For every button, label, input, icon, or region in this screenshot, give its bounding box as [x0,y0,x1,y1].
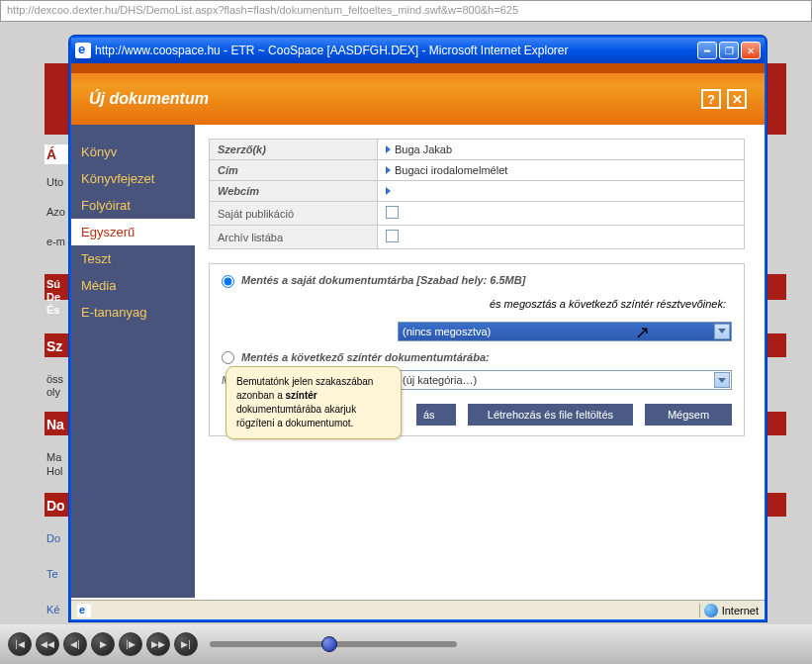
ie-window: http://www.coospace.hu - ETR ~ CooSpace … [69,36,767,621]
cancel-button[interactable]: Mégsem [645,404,732,426]
close-button[interactable]: ✕ [741,42,761,59]
title-label: Cím [210,160,378,181]
bg-nav[interactable]: Ké [45,602,61,617]
bg-heading: Á [45,144,68,164]
bg-heading: Na [45,415,66,434]
play-button[interactable]: ▶ [91,632,115,656]
progress-slider[interactable] [210,641,457,647]
share-label: és megosztás a következő színtér résztve… [398,298,732,310]
create-button[interactable]: ás [416,404,456,426]
dialog-close-button[interactable]: ✕ [727,89,747,109]
dialog-header: Új dokumentum ? ✕ [71,63,765,125]
ie-app-icon [75,43,91,58]
ie-statusbar: Internet [71,600,765,619]
dialog-title: Új dokumentum [89,90,695,108]
bg-nav[interactable]: Do [45,530,62,546]
create-upload-button[interactable]: Létrehozás és file feltöltés [468,404,633,426]
chevron-down-icon[interactable] [714,372,730,388]
hint-tooltip: Bemutatónk jelen szakaszában azonban a s… [226,366,402,439]
bg-nav: És [45,302,61,318]
url-label: Webcím [210,181,378,202]
sidebar-item-egyszeru[interactable]: Egyszerű [71,219,195,245]
bg-heading: Do [45,496,67,516]
app-content-area: Új dokumentum ? ✕ Könyv Könyvfejezet Fol… [71,63,765,598]
sidebar-item-konyvfejezet[interactable]: Könyvfejezet [71,165,195,192]
triangle-icon [386,166,391,174]
author-value[interactable]: Buga Jakab [378,140,745,160]
own-pub-checkbox[interactable] [386,206,399,219]
archive-checkbox[interactable] [386,230,399,242]
share-dropdown-value: (nincs megosztva) [403,326,491,337]
author-label: Szerző(k) [210,140,378,160]
bg-nav[interactable]: Te [45,566,60,582]
bg-nav: oly [45,384,62,400]
globe-icon [704,604,718,617]
maximize-button[interactable]: ❐ [719,42,739,59]
bg-nav: e-m [45,234,67,249]
skip-fwd-button[interactable]: ▶| [174,632,198,656]
category-dropdown-value: (új kategória…) [403,374,477,386]
bg-nav: Uto [45,174,65,190]
ie-title-text: http://www.coospace.hu - ETR ~ CooSpace … [95,44,697,57]
url-value[interactable] [378,181,745,202]
slider-thumb[interactable] [321,636,337,652]
sidebar-item-media[interactable]: Média [71,272,195,299]
sidebar-item-konyv[interactable]: Könyv [71,139,195,165]
share-dropdown[interactable]: (nincs megosztva) [398,322,732,341]
bg-heading: Sz [45,336,64,356]
title-value[interactable]: Bugaci irodalomelmélet [378,160,745,181]
sidebar-item-etananyag[interactable]: E-tananyag [71,299,195,326]
step-fwd-button[interactable]: |▶ [119,632,142,656]
rewind-button[interactable]: ◀◀ [36,632,59,656]
help-button[interactable]: ? [701,89,721,109]
media-player-bar: |◀ ◀◀ ◀| ▶ |▶ ▶▶ ▶| [0,624,812,664]
ie-page-icon [77,604,91,617]
step-back-button[interactable]: ◀| [63,632,87,656]
security-zone-label: Internet [722,605,759,617]
bg-nav: Hol [45,463,65,479]
sidebar-item-folyoirat[interactable]: Folyóirat [71,192,195,219]
save-own-label: Mentés a saját dokumentumtárba [Szabad h… [241,274,525,286]
save-own-radio[interactable] [222,275,234,288]
category-dropdown[interactable]: (új kategória…) [398,370,732,390]
ffwd-button[interactable]: ▶▶ [146,632,170,656]
metadata-table: Szerző(k) Buga Jakab Cím Bugaci irodalom… [209,139,745,249]
browser-url-bar[interactable]: http://dexcoo.dexter.hu/DHS/DemoList.asp… [0,0,812,22]
bg-nav: Azo [45,204,67,220]
content-pane: Szerző(k) Buga Jakab Cím Bugaci irodalom… [195,125,765,598]
chevron-down-icon[interactable] [714,324,730,339]
triangle-icon [386,145,391,153]
triangle-icon [386,187,391,195]
own-pub-label: Saját publikáció [210,202,378,226]
save-scene-radio[interactable] [222,351,234,364]
minimize-button[interactable]: ━ [697,42,717,59]
sidebar: Könyv Könyvfejezet Folyóirat Egyszerű Te… [71,125,195,598]
save-scene-label: Mentés a következő színtér dokumentumtár… [241,351,490,363]
archive-label: Archív listába [210,226,378,249]
skip-back-button[interactable]: |◀ [8,632,32,656]
ie-titlebar[interactable]: http://www.coospace.hu - ETR ~ CooSpace … [71,38,765,63]
sidebar-item-teszt[interactable]: Teszt [71,245,195,272]
